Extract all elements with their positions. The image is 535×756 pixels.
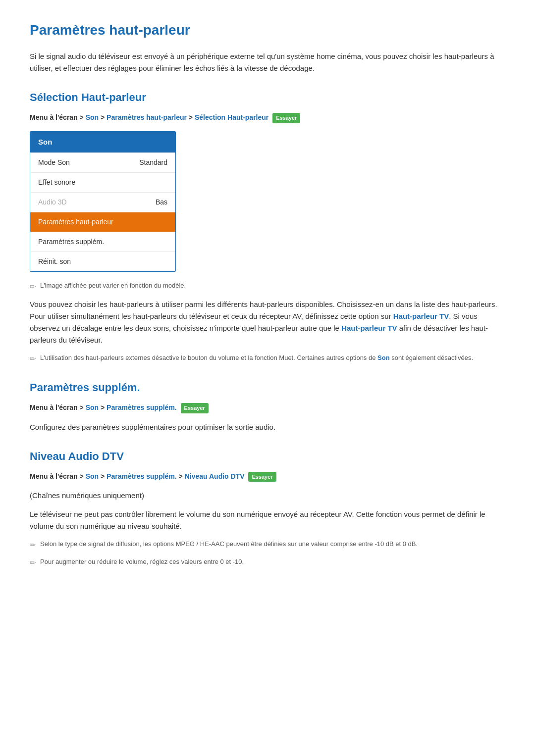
menu-box-header: Son	[30, 132, 175, 153]
bc-menu: Menu à l'écran	[30, 113, 78, 121]
section1-body: Vous pouvez choisir les haut-parleurs à …	[30, 299, 505, 346]
section2-breadcrumb: Menu à l'écran > Son > Paramètres supplé…	[30, 403, 505, 413]
section1-note2-text: L'utilisation des haut-parleurs externes…	[40, 353, 473, 363]
menu-item-reinit-son[interactable]: Réinit. son	[30, 252, 175, 271]
bc2-params-suppl[interactable]: Paramètres supplém.	[107, 403, 177, 411]
section1-highlight1: Haut-parleur TV	[393, 312, 449, 320]
section3-body: Le téléviseur ne peut pas contrôler libr…	[30, 508, 505, 532]
bc-son1[interactable]: Son	[86, 113, 99, 121]
menu-item-params-suppl-label: Paramètres supplém.	[38, 237, 104, 247]
image-note-text: L'image affichée peut varier en fonction…	[40, 281, 186, 291]
section3-title: Niveau Audio DTV	[30, 448, 505, 464]
essayer-badge-1[interactable]: Essayer	[272, 113, 300, 123]
image-note-block: ✏ L'image affichée peut varier en foncti…	[30, 281, 505, 293]
intro-text: Si le signal audio du téléviseur est env…	[30, 50, 505, 74]
bc2-son[interactable]: Son	[86, 403, 99, 411]
section3-subtitle: (Chaînes numériques uniquement)	[30, 490, 505, 502]
section1-title: Sélection Haut-parleur	[30, 89, 505, 105]
menu-item-params-hp-label: Paramètres haut-parleur	[38, 217, 113, 227]
bc-selection-hp[interactable]: Sélection Haut-parleur	[195, 113, 268, 121]
essayer-badge-3[interactable]: Essayer	[248, 472, 276, 482]
pencil-icon-3: ✏	[30, 540, 36, 551]
section1-breadcrumb: Menu à l'écran > Son > Paramètres haut-p…	[30, 112, 505, 123]
bc-params-hp[interactable]: Paramètres haut-parleur	[107, 113, 187, 121]
menu-item-effet-sonore-label: Effet sonore	[38, 177, 75, 188]
section1-note2-block: ✏ L'utilisation des haut-parleurs extern…	[30, 353, 505, 365]
menu-item-audio3d-value: Bas	[156, 197, 167, 207]
section3-breadcrumb: Menu à l'écran > Son > Paramètres supplé…	[30, 471, 505, 482]
section1-highlight2: Haut-parleur TV	[341, 324, 397, 332]
menu-item-mode-son-value: Standard	[139, 157, 167, 168]
pencil-icon-2: ✏	[30, 353, 36, 365]
son-highlight: Son	[377, 354, 390, 361]
menu-box: Son Mode Son Standard Effet sonore Audio…	[30, 131, 176, 272]
menu-item-audio3d[interactable]: Audio 3D Bas	[30, 192, 175, 212]
section2-body: Configurez des paramètres supplémentaire…	[30, 421, 505, 433]
menu-item-params-hp[interactable]: Paramètres haut-parleur	[30, 212, 175, 232]
pencil-icon-4: ✏	[30, 557, 36, 569]
bc2-menu: Menu à l'écran	[30, 403, 78, 411]
essayer-badge-2[interactable]: Essayer	[181, 403, 209, 413]
menu-item-mode-son-label: Mode Son	[38, 157, 70, 168]
bc3-niveau-audio[interactable]: Niveau Audio DTV	[185, 472, 245, 480]
menu-item-mode-son[interactable]: Mode Son Standard	[30, 152, 175, 172]
menu-item-audio3d-label: Audio 3D	[38, 197, 67, 207]
menu-item-reinit-son-label: Réinit. son	[38, 256, 71, 267]
bc3-params-suppl[interactable]: Paramètres supplém.	[107, 472, 177, 480]
bc3-menu: Menu à l'écran	[30, 472, 78, 480]
menu-item-effet-sonore[interactable]: Effet sonore	[30, 172, 175, 192]
section3-note2-block: ✏ Pour augmenter ou réduire le volume, r…	[30, 557, 505, 569]
page-title: Paramètres haut-parleur	[30, 20, 505, 41]
section3-note1-block: ✏ Selon le type de signal de diffusion, …	[30, 539, 505, 551]
bc3-son[interactable]: Son	[86, 472, 99, 480]
section2-title: Paramètres supplém.	[30, 379, 505, 396]
pencil-icon-1: ✏	[30, 281, 36, 293]
section3-note1-text: Selon le type de signal de diffusion, le…	[40, 539, 418, 549]
menu-item-params-suppl[interactable]: Paramètres supplém.	[30, 232, 175, 252]
section3-note2-text: Pour augmenter ou réduire le volume, rég…	[40, 557, 244, 567]
